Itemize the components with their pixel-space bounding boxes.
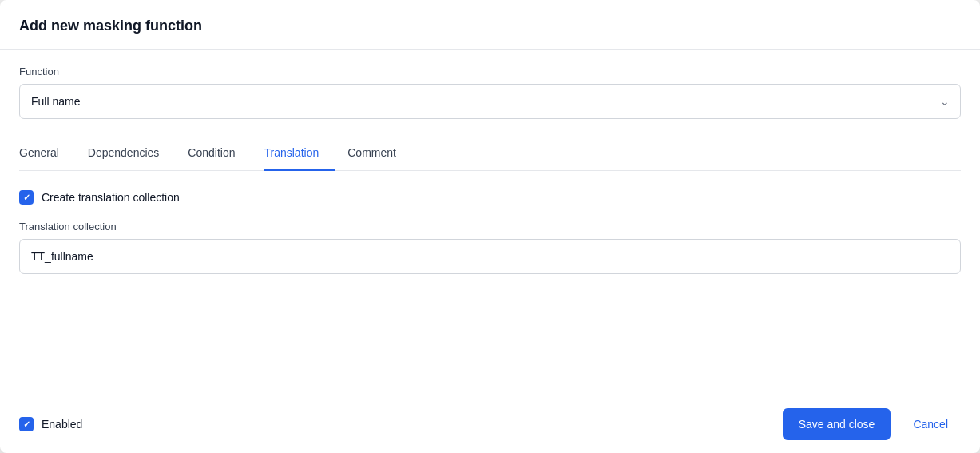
collection-field-label: Translation collection: [19, 221, 961, 232]
tab-condition[interactable]: Condition: [188, 138, 251, 171]
modal-footer: ✓ Enabled Save and close Cancel: [0, 395, 980, 453]
modal-header: Add new masking function: [0, 0, 980, 50]
collection-input[interactable]: [19, 239, 961, 274]
cancel-button[interactable]: Cancel: [900, 408, 961, 440]
tab-comment[interactable]: Comment: [347, 138, 412, 171]
function-field-label: Function: [19, 66, 961, 77]
tabs-container: General Dependencies Condition Translati…: [19, 138, 961, 171]
modal-title: Add new masking function: [19, 18, 961, 34]
function-select[interactable]: Full name Email Phone Date Custom: [19, 84, 961, 119]
create-translation-checkbox[interactable]: ✓: [19, 190, 34, 205]
enabled-label: Enabled: [42, 418, 82, 431]
modal-body: Function Full name Email Phone Date Cust…: [0, 50, 980, 395]
modal-container: Add new masking function Function Full n…: [0, 0, 980, 453]
save-and-close-button[interactable]: Save and close: [783, 408, 891, 440]
function-select-wrapper: Full name Email Phone Date Custom ⌄: [19, 84, 961, 119]
create-translation-label: Create translation collection: [42, 191, 180, 204]
enabled-checkbox[interactable]: ✓: [19, 417, 34, 431]
footer-left: ✓ Enabled: [19, 417, 82, 431]
footer-right: Save and close Cancel: [783, 408, 961, 440]
checkmark-icon: ✓: [23, 193, 30, 203]
tab-general[interactable]: General: [19, 138, 75, 171]
tab-content-translation: ✓ Create translation collection Translat…: [19, 171, 961, 395]
enabled-checkmark-icon: ✓: [23, 419, 30, 430]
tab-dependencies[interactable]: Dependencies: [88, 138, 176, 171]
tab-translation[interactable]: Translation: [264, 138, 335, 171]
create-translation-row: ✓ Create translation collection: [19, 190, 961, 205]
